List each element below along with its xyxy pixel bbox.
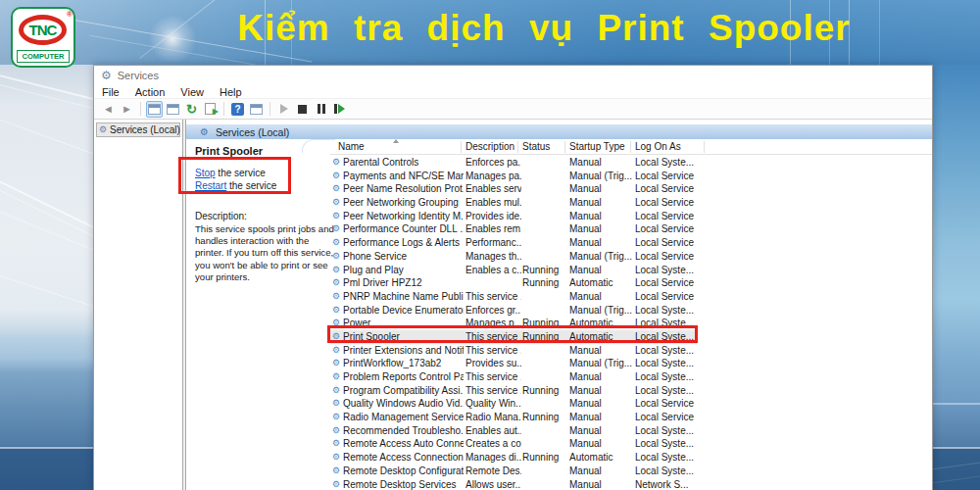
wallpaper-flare <box>145 12 200 65</box>
service-log-on-as-cell: Local Syste... <box>635 156 733 170</box>
column-separator[interactable] <box>461 141 462 153</box>
menu-action[interactable]: Action <box>127 86 173 98</box>
service-startup-type-cell: Automatic <box>569 317 633 330</box>
refresh-button[interactable]: ↻ <box>183 101 200 118</box>
service-row[interactable]: ⚙ Printer Extensions and Notif... This s… <box>330 344 932 358</box>
service-row[interactable]: ⚙ Peer Networking Grouping Enables mul..… <box>330 196 932 210</box>
services-list: Name Description Status Startup Type Log… <box>330 139 932 490</box>
sort-ascending-icon <box>393 139 399 143</box>
column-header-startup-type[interactable]: Startup Type <box>569 141 625 152</box>
service-row[interactable]: ⚙ Quality Windows Audio Vid... Quality W… <box>330 397 932 411</box>
registered-mark: ® <box>67 10 73 19</box>
help-button[interactable]: ? <box>229 101 246 118</box>
service-row[interactable]: ⚙ Parental Controls Enforces pa... Manua… <box>330 156 932 170</box>
menu-file[interactable]: File <box>94 86 127 98</box>
service-name-cell: Quality Windows Audio Vid... <box>343 397 464 411</box>
service-status-cell: Running <box>522 317 567 330</box>
service-row[interactable]: ⚙ Peer Networking Identity M... Provides… <box>330 210 932 223</box>
service-icon: ⚙ <box>332 330 343 344</box>
service-row[interactable]: ⚙ Program Compatibility Assi... This ser… <box>330 384 932 398</box>
forward-button[interactable]: ► <box>119 101 135 118</box>
service-row[interactable]: ⚙ Problem Reports Control Pa... This ser… <box>330 370 932 384</box>
service-row[interactable]: ⚙ Radio Management Service Radio Mana...… <box>330 411 932 424</box>
restart-service-button[interactable] <box>331 101 348 118</box>
service-icon: ⚙ <box>332 411 343 424</box>
service-row[interactable]: ⚙ Power Manages p... Running Automatic L… <box>330 317 932 330</box>
service-row[interactable]: ⚙ PrintWorkflow_173ab2 Provides su... Ma… <box>330 357 932 370</box>
service-description-cell: Enables mul... <box>466 196 521 210</box>
service-icon: ⚙ <box>332 424 343 438</box>
menu-view[interactable]: View <box>172 86 212 98</box>
service-row[interactable]: ⚙ Performance Counter DLL ... Enables re… <box>330 222 932 236</box>
service-startup-type-cell: Automatic <box>569 451 633 465</box>
stop-service-text: the service <box>216 168 266 178</box>
menu-help[interactable]: Help <box>212 86 250 98</box>
service-row[interactable]: ⚙ Pml Driver HPZ12 Running Automatic Loc… <box>330 276 932 290</box>
column-header-description[interactable]: Description <box>466 141 514 152</box>
service-row[interactable]: ⚙ Peer Name Resolution Prot... Enables s… <box>330 182 932 196</box>
service-icon: ⚙ <box>332 170 343 183</box>
service-row[interactable]: ⚙ Payments and NFC/SE Man... Manages pa.… <box>330 170 932 183</box>
service-name-cell: Plug and Play <box>343 264 464 277</box>
service-row[interactable]: ⚙ PNRP Machine Name Publi... This servic… <box>330 290 932 304</box>
pause-service-button[interactable] <box>313 101 329 118</box>
list-header: Name Description Status Startup Type Log… <box>330 139 932 155</box>
window-titlebar[interactable]: ⚙ Services <box>94 66 932 85</box>
service-row[interactable]: ⚙ Print Spooler This service ... Running… <box>330 330 932 344</box>
service-row[interactable]: ⚙ Recommended Troublesho... Enables aut.… <box>330 424 932 438</box>
service-log-on-as-cell: Local Service <box>635 196 733 210</box>
column-header-log-on-as[interactable]: Log On As <box>635 141 681 152</box>
action-pane-button[interactable] <box>248 101 265 118</box>
service-status-cell: Running <box>522 411 567 424</box>
service-icon: ⚙ <box>332 344 343 358</box>
service-row[interactable]: ⚙ Plug and Play Enables a c... Running M… <box>330 264 932 277</box>
column-header-name[interactable]: Name <box>338 141 365 152</box>
page-title: Kiểm tra dịch vụ Print Spooler <box>230 8 858 49</box>
service-icon: ⚙ <box>332 478 343 490</box>
service-row[interactable]: ⚙ Phone Service Manages th... Manual (Tr… <box>330 250 932 264</box>
restart-service-icon <box>334 104 345 114</box>
service-icon: ⚙ <box>332 222 343 236</box>
tree-item-services-local[interactable]: ⚙ Services (Local) <box>96 122 180 137</box>
service-description-cell: Enables serv... <box>466 182 521 196</box>
toolbar: ◄ ► ↻ ▶ ? <box>94 99 932 120</box>
column-separator[interactable] <box>517 141 518 153</box>
service-startup-type-cell: Manual <box>569 384 633 398</box>
stop-service-button[interactable] <box>294 101 311 118</box>
show-console-tree-button[interactable] <box>146 101 163 118</box>
service-row[interactable]: ⚙ Remote Access Connection... Manages di… <box>330 451 932 465</box>
service-description-cell: Manages pa... <box>466 170 521 183</box>
service-startup-type-cell: Manual <box>569 465 633 478</box>
description-label: Description: <box>195 211 330 222</box>
console-tree-pane: ⚙ Services (Local) <box>94 120 182 490</box>
service-icon: ⚙ <box>332 156 343 170</box>
service-row[interactable]: ⚙ Performance Logs & Alerts Performanc..… <box>330 236 932 250</box>
logo-ring: TNC <box>19 15 67 45</box>
service-startup-type-cell: Manual <box>569 264 633 277</box>
export-list-button[interactable]: ▶ <box>202 101 219 118</box>
service-name-cell: Program Compatibility Assi... <box>343 384 464 398</box>
properties-icon <box>167 104 179 115</box>
start-service-button[interactable] <box>275 101 292 118</box>
column-separator[interactable] <box>564 141 565 153</box>
service-startup-type-cell: Manual <box>569 344 633 358</box>
service-row[interactable]: ⚙ Remote Desktop Services Allows user...… <box>330 478 932 490</box>
column-header-status[interactable]: Status <box>522 141 550 152</box>
service-action-links: Stop the service Restart the service <box>195 167 330 192</box>
stop-service-link[interactable]: Stop <box>195 168 216 178</box>
column-separator[interactable] <box>704 141 705 153</box>
column-separator[interactable] <box>630 141 631 153</box>
horizon-line <box>933 403 980 405</box>
service-row[interactable]: ⚙ Portable Device Enumerator... Enforces… <box>330 304 932 318</box>
service-log-on-as-cell: Local Syste... <box>635 451 733 465</box>
service-row[interactable]: ⚙ Remote Access Auto Conne... Creates a … <box>330 437 932 451</box>
service-status-cell: Running <box>522 451 567 465</box>
service-name-cell: Recommended Troublesho... <box>343 424 464 438</box>
service-name-cell: Portable Device Enumerator... <box>343 304 464 318</box>
restart-service-link[interactable]: Restart <box>195 180 226 191</box>
service-name-cell: Problem Reports Control Pa... <box>343 370 464 384</box>
back-button[interactable]: ◄ <box>100 101 117 118</box>
service-row[interactable]: ⚙ Remote Desktop Configurat... Remote De… <box>330 465 932 478</box>
properties-button[interactable] <box>165 101 181 118</box>
service-log-on-as-cell: Local Syste... <box>635 424 733 438</box>
